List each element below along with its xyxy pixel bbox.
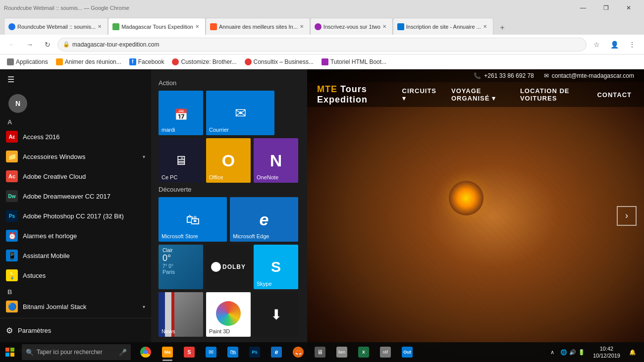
- minimize-button[interactable]: —: [572, 0, 594, 16]
- tile-ms-edge[interactable]: e Microsoft Edge: [230, 197, 298, 242]
- edge-taskbar-icon: e: [271, 347, 282, 358]
- app-bitnami[interactable]: 🔵 Bitnami Joomla! Stack ▾: [0, 297, 151, 316]
- app-accessoires[interactable]: 📁 Accessoires Windows ▾: [0, 147, 151, 166]
- tab-close-1two[interactable]: ✕: [380, 23, 388, 31]
- news-person: [174, 292, 204, 337]
- close-button[interactable]: ✕: [617, 0, 640, 16]
- taskbar-firefox[interactable]: 🦊: [287, 342, 309, 362]
- tab-close-madagascar[interactable]: ✕: [193, 23, 201, 31]
- refresh-button[interactable]: ↻: [40, 38, 55, 52]
- profile-button[interactable]: 👤: [606, 38, 622, 52]
- tile-weather[interactable]: Clair 0° 7° 0° Paris: [159, 245, 203, 289]
- nav-contact[interactable]: CONTACT: [594, 89, 634, 101]
- time-area[interactable]: 10:42 10/12/2019: [589, 345, 624, 360]
- mic-icon: 🎤: [119, 349, 127, 356]
- settings-icon: ⚙: [6, 326, 13, 335]
- taskbar-chrome[interactable]: [135, 342, 157, 362]
- tile-ms-store[interactable]: 🛍 Microsoft Store: [159, 197, 227, 242]
- tab-close-annuaire[interactable]: ✕: [298, 23, 306, 31]
- forward-button[interactable]: →: [22, 38, 38, 52]
- search-bar[interactable]: 🔍 Taper ici pour rechercher 🎤: [22, 344, 131, 360]
- app-alarmes[interactable]: ⏰ Alarmes et horloge: [0, 226, 151, 246]
- nav-location[interactable]: LOCATION DE VOITURES: [518, 85, 585, 104]
- taskbar-lien1[interactable]: lien: [331, 342, 353, 362]
- tile-news[interactable]: News: [159, 292, 203, 337]
- next-arrow[interactable]: ›: [617, 206, 637, 226]
- app-access[interactable]: Aε Access 2016: [0, 127, 151, 147]
- menu-button[interactable]: ⋮: [624, 38, 640, 52]
- tile-courrier[interactable]: ✉ Courrier: [206, 91, 274, 135]
- sys-tray[interactable]: 🌐 🔊 🔋: [557, 342, 588, 362]
- bookmark-consultix[interactable]: Consultix – Business...: [242, 57, 317, 66]
- tile-onenote[interactable]: N OneNote: [254, 138, 298, 183]
- settings-item[interactable]: ⚙ Paramètres: [0, 320, 151, 340]
- ref-icon: réf: [380, 347, 391, 358]
- tab-inscription[interactable]: Inscription de site - Annuaire ... ✕: [393, 18, 493, 35]
- tab-roundcube[interactable]: Roundcube Webmail :: soumis... ✕: [4, 18, 108, 35]
- tab-1two[interactable]: Inscrivez-vous sur 1two ✕: [310, 18, 393, 35]
- tile-edge-label: Microsoft Edge: [233, 233, 269, 239]
- notification-button[interactable]: 🔔: [625, 342, 640, 362]
- tab-label-inscription: Inscription de site - Annuaire ...: [406, 24, 481, 30]
- taskbar-ce-pc[interactable]: 🖥: [309, 342, 331, 362]
- taskbar-s[interactable]: S: [178, 342, 200, 362]
- app-dreamweaver[interactable]: Dw Adobe Dreamweaver CC 2017: [0, 186, 151, 206]
- nav-voyage[interactable]: VOYAGE ORGANISÉ ▾: [449, 85, 508, 104]
- tile-mardi[interactable]: 📅 mardi: [159, 91, 203, 135]
- taskbar-excel[interactable]: X: [353, 342, 375, 362]
- app-astuces[interactable]: 💡 Astuces: [0, 265, 151, 285]
- app-indicator: [162, 360, 172, 361]
- app-assistant[interactable]: 📱 Assistant Mobile: [0, 246, 151, 265]
- section-action-label: Action: [159, 79, 300, 87]
- office-tile-icon: O: [222, 151, 235, 170]
- start-menu: ☰ N A Aε Access 2016 📁 Accessoires Windo…: [0, 69, 307, 362]
- taskbar-store[interactable]: 🛍: [222, 342, 244, 362]
- bookmark-favicon: [322, 58, 328, 65]
- mail-icon: ✉: [206, 347, 216, 358]
- taskbar-ma[interactable]: Ma: [157, 342, 178, 362]
- taskbar-ref[interactable]: réf: [375, 342, 396, 362]
- app-photoshop[interactable]: Ps Adobe Photoshop CC 2017 (32 Bit): [0, 206, 151, 226]
- tiles-row-5: News Paint 3D ⬇: [159, 292, 300, 337]
- ma-icon: Ma: [162, 347, 173, 358]
- back-button[interactable]: ←: [4, 38, 20, 52]
- user-icon[interactable]: N: [8, 94, 27, 113]
- tab-madagascar[interactable]: Madagascar Tours Expedition ✕: [108, 18, 206, 35]
- bookmark-tutoriel[interactable]: Tutoriel HTML Boot...: [319, 57, 389, 66]
- tile-paint3d[interactable]: Paint 3D: [206, 292, 251, 337]
- tab-favicon-inscription: [397, 23, 404, 30]
- bookmark-favicon: f: [129, 58, 136, 65]
- bookmark-animer[interactable]: Animer des réunion...: [53, 57, 124, 66]
- taskbar-edge[interactable]: e: [266, 342, 287, 362]
- bookmark-facebook[interactable]: f Facebook: [126, 57, 167, 66]
- taskbar-ps[interactable]: Ps: [244, 342, 266, 362]
- bookmark-applications[interactable]: Applications: [4, 57, 51, 66]
- tab-close-roundcube[interactable]: ✕: [96, 23, 104, 31]
- taskbar-outlook[interactable]: Out: [396, 342, 418, 362]
- tab-favicon-roundcube: [8, 23, 15, 30]
- tile-skype[interactable]: S Skype: [254, 245, 298, 289]
- start-button[interactable]: [0, 342, 20, 362]
- tile-ce-pc[interactable]: 🖥 Ce PC: [159, 138, 203, 183]
- bookmark-label: Tutoriel HTML Boot...: [330, 58, 386, 65]
- tab-close-inscription[interactable]: ✕: [481, 23, 489, 31]
- bookmark-button[interactable]: ☆: [589, 38, 604, 52]
- hamburger-icon[interactable]: ☰: [7, 75, 14, 84]
- app-adobe-cc[interactable]: Ac Adobe Creative Cloud: [0, 166, 151, 186]
- time-text: 10:42: [600, 345, 614, 352]
- restore-button[interactable]: ❐: [594, 0, 617, 16]
- volume-icon: 🔊: [569, 349, 576, 356]
- section-decouverte-label: Découverte: [159, 186, 300, 193]
- tray-expand[interactable]: ∧: [548, 342, 556, 362]
- edge-tile-icon: e: [260, 210, 269, 229]
- tab-annuaire[interactable]: Annuaire des meilleurs sites In... ✕: [206, 18, 310, 35]
- tile-dolby[interactable]: DOLBY: [206, 245, 251, 289]
- taskbar-mail[interactable]: ✉: [200, 342, 222, 362]
- tile-download[interactable]: ⬇: [254, 292, 298, 337]
- new-tab-button[interactable]: +: [495, 21, 509, 35]
- address-bar[interactable]: 🔒 madagascar-tour-expedition.com: [57, 38, 587, 52]
- bookmark-customize[interactable]: Customize: Brother...: [169, 57, 239, 66]
- nav-circuits[interactable]: CIRCUITS ▾: [400, 85, 439, 104]
- app-list-scroll[interactable]: A Aε Access 2016 📁 Accessoires Windows ▾…: [0, 115, 151, 318]
- tile-office[interactable]: O Office: [206, 138, 251, 183]
